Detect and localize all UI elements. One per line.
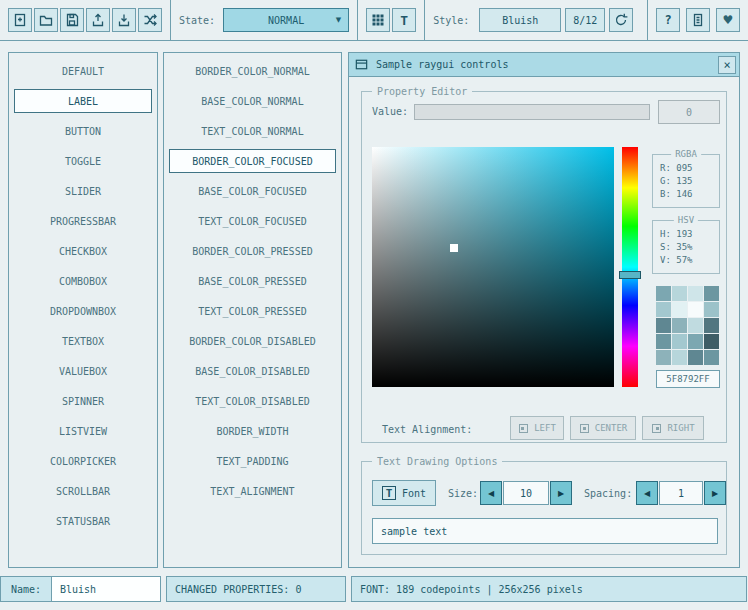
font-atlas-button[interactable]: T [392, 8, 416, 32]
controls-list-item[interactable]: LISTVIEW [14, 419, 152, 443]
color-swatch[interactable] [688, 334, 703, 349]
controls-list-item[interactable]: STATUSBAR [14, 509, 152, 533]
color-swatch[interactable] [656, 350, 671, 365]
controls-list-item[interactable]: LABEL [14, 89, 152, 113]
color-swatch[interactable] [704, 302, 719, 317]
spacing-increase-button[interactable]: ▶ [704, 481, 726, 505]
properties-list-item[interactable]: BORDER_COLOR_PRESSED [169, 239, 336, 263]
font-button[interactable]: T Font [372, 480, 436, 506]
style-counter-button[interactable]: 8/12 [565, 8, 605, 32]
controls-list-item[interactable]: BUTTON [14, 119, 152, 143]
random-style-button[interactable] [138, 8, 162, 32]
help-icon: ? [664, 13, 671, 27]
state-dropdown[interactable]: NORMAL ▼ [223, 8, 349, 32]
controls-list-item[interactable]: SLIDER [14, 179, 152, 203]
sample-text-value: sample text [381, 526, 447, 537]
color-swatch[interactable] [656, 286, 671, 301]
controls-list-item[interactable]: SCROLLBAR [14, 479, 152, 503]
sponsor-button[interactable]: ♥ [716, 8, 740, 32]
property-editor-group: Property Editor Value: 0 RGBA R: 095 G: … [361, 91, 727, 443]
blue-value: B: 146 [660, 189, 719, 199]
align-left-icon [518, 423, 529, 434]
color-swatch[interactable] [688, 286, 703, 301]
align-center-button[interactable]: CENTER [570, 416, 636, 440]
color-swatch[interactable] [672, 318, 687, 333]
properties-list-item[interactable]: BORDER_COLOR_FOCUSED [169, 149, 336, 173]
size-value-box[interactable]: 10 [503, 481, 549, 505]
properties-list-item[interactable]: BORDER_COLOR_DISABLED [169, 329, 336, 353]
export-file-button[interactable] [86, 8, 110, 32]
style-table-button[interactable] [366, 8, 390, 32]
size-increase-button[interactable]: ▶ [550, 481, 572, 505]
import-file-button[interactable] [112, 8, 136, 32]
color-swatch[interactable] [688, 350, 703, 365]
controls-list-item[interactable]: CHECKBOX [14, 239, 152, 263]
value-box[interactable]: 0 [658, 100, 720, 124]
value-value: V: 57% [660, 255, 719, 265]
properties-list-item[interactable]: TEXT_PADDING [169, 449, 336, 473]
color-swatch[interactable] [704, 318, 719, 333]
spacing-value-box[interactable]: 1 [659, 481, 703, 505]
controls-list-item[interactable]: VALUEBOX [14, 359, 152, 383]
properties-list-item[interactable]: BASE_COLOR_PRESSED [169, 269, 336, 293]
save-file-icon [64, 12, 80, 28]
properties-list-item[interactable]: TEXT_ALIGNMENT [169, 479, 336, 503]
save-file-button[interactable] [60, 8, 84, 32]
hex-value-box[interactable]: 5F8792FF [656, 370, 720, 388]
grid-icon [370, 12, 386, 28]
color-swatch[interactable] [656, 334, 671, 349]
hue-slider-handle[interactable] [619, 271, 641, 279]
help-button[interactable]: ? [656, 8, 680, 32]
value-slider[interactable] [414, 104, 650, 120]
color-swatch[interactable] [656, 302, 671, 317]
color-swatch[interactable] [672, 334, 687, 349]
open-file-button[interactable] [34, 8, 58, 32]
color-swatch[interactable] [672, 350, 687, 365]
color-picker-cursor[interactable] [450, 244, 458, 252]
about-button[interactable] [686, 8, 710, 32]
right-arrow-icon: ▶ [712, 489, 718, 498]
properties-list-item[interactable]: BORDER_COLOR_NORMAL [169, 59, 336, 83]
controls-list-item[interactable]: DEFAULT [14, 59, 152, 83]
color-swatch[interactable] [672, 286, 687, 301]
controls-list-item[interactable]: TOGGLE [14, 149, 152, 173]
color-picker[interactable] [372, 147, 614, 387]
open-folder-icon [38, 12, 54, 28]
properties-list-item[interactable]: TEXT_COLOR_PRESSED [169, 299, 336, 323]
color-swatch[interactable] [704, 350, 719, 365]
text-icon: T [382, 486, 396, 500]
import-arrow-icon [116, 12, 132, 28]
hue-slider[interactable] [622, 147, 638, 387]
properties-list-item[interactable]: BASE_COLOR_DISABLED [169, 359, 336, 383]
color-swatch[interactable] [656, 318, 671, 333]
window-close-button[interactable]: × [718, 56, 736, 74]
controls-list-item[interactable]: SPINNER [14, 389, 152, 413]
color-swatch[interactable] [704, 334, 719, 349]
reload-style-button[interactable] [609, 8, 633, 32]
window-titlebar[interactable]: Sample raygui controls × [349, 53, 739, 77]
controls-list-item[interactable]: COLORPICKER [14, 449, 152, 473]
hex-value-text: 5F8792FF [666, 374, 709, 384]
size-decrease-button[interactable]: ◀ [480, 481, 502, 505]
properties-list-item[interactable]: TEXT_COLOR_FOCUSED [169, 209, 336, 233]
sample-text-input[interactable]: sample text [372, 518, 718, 544]
controls-list-item[interactable]: COMBOBOX [14, 269, 152, 293]
properties-list-item[interactable]: BORDER_WIDTH [169, 419, 336, 443]
properties-list-item[interactable]: TEXT_COLOR_DISABLED [169, 389, 336, 413]
align-left-button[interactable]: LEFT [510, 416, 564, 440]
properties-list-item[interactable]: BASE_COLOR_FOCUSED [169, 179, 336, 203]
color-swatch[interactable] [688, 318, 703, 333]
spacing-decrease-button[interactable]: ◀ [636, 481, 658, 505]
properties-list-item[interactable]: TEXT_COLOR_NORMAL [169, 119, 336, 143]
properties-list-item[interactable]: BASE_COLOR_NORMAL [169, 89, 336, 113]
new-file-button[interactable] [8, 8, 32, 32]
align-right-button[interactable]: RIGHT [642, 416, 704, 440]
color-swatch[interactable] [688, 302, 703, 317]
controls-list-item[interactable]: PROGRESSBAR [14, 209, 152, 233]
style-name-button[interactable]: Bluish [479, 8, 561, 32]
color-swatch[interactable] [672, 302, 687, 317]
color-swatch[interactable] [704, 286, 719, 301]
controls-list-item[interactable]: DROPDOWNBOX [14, 299, 152, 323]
style-name-field[interactable]: Bluish [51, 576, 161, 602]
controls-list-item[interactable]: TEXTBOX [14, 329, 152, 353]
